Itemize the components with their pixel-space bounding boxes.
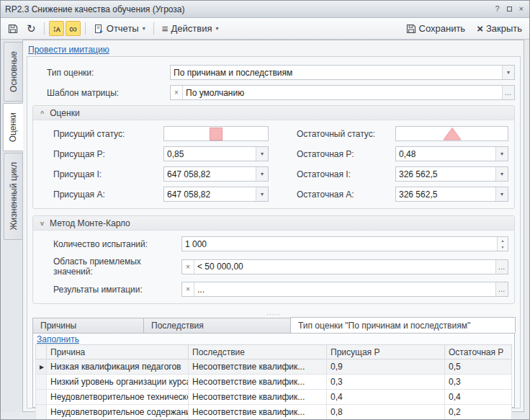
- toolbar-left: ↻ ↕A ∞ Отчеты ▾ ≡ Действия ▾: [4, 21, 403, 36]
- table-row[interactable]: Неудовлетворительное техническо... Несоо…: [36, 390, 512, 405]
- tab-posledstviya[interactable]: Последствия: [143, 318, 291, 333]
- reports-label: Отчеты: [107, 23, 139, 34]
- side-tab-osnovnye[interactable]: Основные: [4, 42, 22, 102]
- infinity-icon: ∞: [69, 23, 77, 34]
- refresh-button[interactable]: ↻: [23, 21, 40, 36]
- spin-up-icon[interactable]: ▲: [498, 237, 508, 244]
- save-button[interactable]: Сохранить: [403, 21, 470, 36]
- column-header-cause[interactable]: Причина: [47, 345, 189, 359]
- refresh-icon: ↻: [27, 23, 36, 34]
- ellipsis-button[interactable]: …: [495, 260, 508, 274]
- actions-label: Действия: [171, 23, 212, 34]
- ratings-group-title: Оценки: [50, 108, 79, 118]
- layout-panel: Тип оценки: По причинам и последствиям ▾…: [27, 56, 521, 408]
- inherent-status-label: Присущий статус:: [53, 129, 163, 139]
- app-window: RP2.3 Снижение качества обучения (Угроза…: [0, 0, 530, 420]
- chevron-down-icon[interactable]: ▾: [495, 187, 508, 201]
- chevron-down-icon[interactable]: ▾: [256, 147, 268, 161]
- inherent-a-label: Присущая A:: [53, 189, 163, 200]
- close-button[interactable]: × Закрыть: [473, 21, 526, 36]
- acceptable-label: Область приемлемых значений:: [53, 256, 181, 277]
- inherent-p-field[interactable]: 0,85 ▾: [163, 146, 269, 161]
- ellipsis-button[interactable]: …: [495, 282, 508, 296]
- residual-i-label: Остаточная I:: [269, 169, 395, 179]
- column-header-consequence[interactable]: Последствие: [189, 345, 327, 359]
- save-label: Сохранить: [419, 23, 466, 34]
- ratings-group-header[interactable]: ^ Оценки: [33, 106, 514, 120]
- ellipsis-button[interactable]: …: [502, 86, 514, 99]
- table-row[interactable]: ▸ Низкая квалификация педагогов Несоотве…: [36, 359, 512, 375]
- help-button[interactable]: ?: [495, 5, 499, 13]
- residual-status-field[interactable]: [395, 126, 508, 141]
- chevron-down-icon[interactable]: ▾: [495, 147, 508, 161]
- simulate-link-row: Провести имитацию: [27, 43, 521, 56]
- sort-updown-icon: ↕A: [53, 23, 61, 34]
- results-field[interactable]: × ... …: [181, 282, 508, 297]
- splitter-handle[interactable]: ·····: [32, 312, 515, 317]
- table-row[interactable]: Низкий уровень организации курса... Несо…: [36, 375, 512, 390]
- ratings-group: ^ Оценки Присущий статус: Остаточный ста…: [32, 105, 515, 209]
- results-row: Результаты имитации: × ... …: [53, 282, 508, 297]
- clear-icon[interactable]: ×: [182, 260, 194, 274]
- reports-button[interactable]: Отчеты ▾: [90, 21, 149, 36]
- trials-field[interactable]: 1 000 ▲ ▼: [181, 236, 508, 251]
- simulate-link[interactable]: Провести имитацию: [28, 45, 109, 55]
- inherent-i-field[interactable]: 647 058,82 ▾: [163, 166, 269, 182]
- clear-icon[interactable]: ×: [182, 282, 194, 296]
- residual-a-label: Остаточная A:: [269, 189, 395, 200]
- causes-consequences-table: Причина Последствие Присущая P Остаточна…: [35, 344, 512, 420]
- close-window-button[interactable]: ×: [519, 5, 524, 13]
- ratings-group-content: Присущий статус: Остаточный статус: Прис…: [33, 120, 514, 208]
- sort-toggle-button[interactable]: ↕A: [49, 21, 65, 36]
- matrix-field[interactable]: × По умолчанию …: [170, 85, 515, 100]
- clear-icon[interactable]: ×: [171, 86, 183, 99]
- chevron-down-icon[interactable]: ▾: [256, 167, 268, 181]
- chevron-down-icon: ▾: [215, 25, 218, 32]
- chevron-down-icon[interactable]: ▾: [256, 187, 268, 201]
- collapse-icon: ^: [40, 110, 44, 117]
- save-icon-button[interactable]: [4, 22, 22, 36]
- bottom-tab-content: Заполнить Причина Последствие Присущая P…: [32, 333, 515, 408]
- table-header-row: Причина Последствие Присущая P Остаточна…: [36, 345, 512, 359]
- inherent-status-field[interactable]: [163, 126, 269, 141]
- inherent-p-label: Присущая P:: [53, 149, 163, 159]
- inherent-i-label: Присущая I:: [53, 169, 163, 179]
- spin-down-icon[interactable]: ▼: [498, 244, 508, 251]
- maximize-button[interactable]: [507, 6, 512, 12]
- type-select[interactable]: По причинам и последствиям ▾: [170, 65, 515, 80]
- side-tab-zhiznennyj-cikl[interactable]: Жизненный цикл: [4, 153, 22, 239]
- toolbar-separator: [85, 22, 86, 35]
- menu-icon: ≡: [162, 23, 169, 34]
- residual-i-field[interactable]: 326 562,5 ▾: [395, 166, 508, 182]
- toolbar-right: Сохранить × Закрыть: [403, 21, 526, 36]
- link-mode-button[interactable]: ∞: [66, 21, 81, 36]
- main-panel: Провести имитацию Тип оценки: По причина…: [22, 40, 524, 412]
- spinner[interactable]: ▲ ▼: [497, 237, 508, 251]
- tab-prichiny[interactable]: Причины: [32, 318, 144, 333]
- tab-tip-ocenki[interactable]: Тип оценки "По причинам и последствиям": [290, 317, 516, 333]
- floppy-icon: [406, 24, 416, 34]
- matrix-label: Шаблон матрицы:: [47, 88, 170, 98]
- fill-link[interactable]: Заполнить: [37, 334, 79, 344]
- actions-button[interactable]: ≡ Действия ▾: [158, 21, 223, 36]
- table-row[interactable]: Неудовлетворительное содержание... Несоо…: [36, 405, 512, 420]
- chevron-down-icon[interactable]: ▾: [502, 66, 514, 79]
- residual-p-field[interactable]: 0,48 ▾: [395, 146, 508, 161]
- chevron-down-icon: ▾: [143, 25, 145, 32]
- column-header-inherent-p[interactable]: Присущая P: [327, 345, 445, 359]
- residual-status-label: Остаточный статус:: [269, 129, 395, 139]
- acceptable-row: Область приемлемых значений: × < 50 000,…: [53, 256, 508, 277]
- title-bar: RP2.3 Снижение качества обучения (Угроза…: [1, 1, 529, 18]
- close-label: Закрыть: [486, 23, 522, 34]
- collapse-icon: v: [40, 220, 44, 227]
- window-body: Основные Оценки Жизненный цикл Провести …: [1, 40, 529, 419]
- report-icon: [94, 24, 104, 34]
- side-tab-ocenki[interactable]: Оценки: [3, 103, 23, 151]
- inherent-a-field[interactable]: 647 058,82 ▾: [163, 187, 269, 202]
- monte-carlo-group-header[interactable]: v Метод Монте-Карло: [33, 216, 514, 231]
- chevron-down-icon[interactable]: ▾: [495, 167, 508, 181]
- column-header-residual-p[interactable]: Остаточная P: [445, 345, 512, 359]
- acceptable-field[interactable]: × < 50 000,00 …: [181, 259, 508, 274]
- residual-a-field[interactable]: 326 562,5 ▾: [395, 187, 508, 202]
- monte-carlo-group: v Метод Монте-Карло Количество испытаний…: [32, 215, 515, 304]
